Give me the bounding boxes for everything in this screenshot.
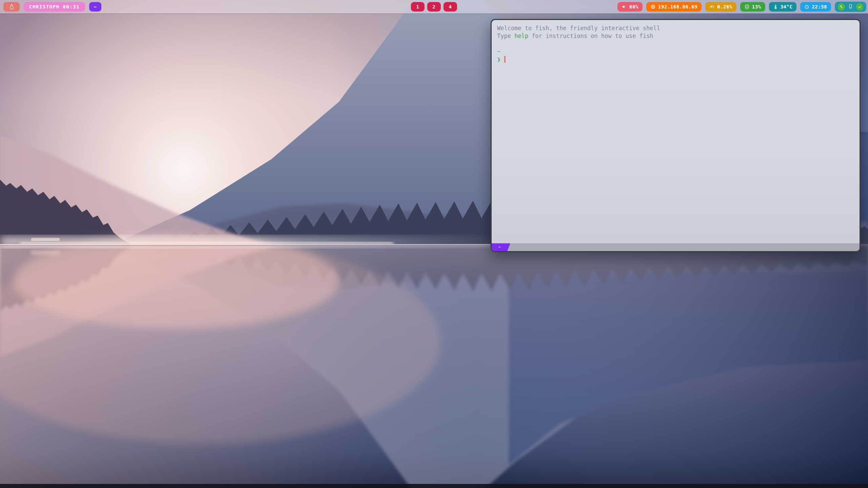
greeting-text: Type	[497, 33, 514, 39]
layout-indicator-badge[interactable]: ~	[89, 2, 101, 12]
key-icon[interactable]	[838, 3, 845, 11]
database-icon	[744, 4, 750, 9]
linux-icon	[8, 4, 15, 10]
volume-widget[interactable]: 60%	[617, 2, 643, 12]
distro-button[interactable]	[3, 2, 20, 12]
phone-icon[interactable]	[848, 4, 853, 10]
help-keyword: help	[514, 33, 528, 39]
check-icon[interactable]	[856, 3, 863, 11]
greeting-text-2: for instructions on how to use fish	[528, 33, 653, 39]
volume-value: 60%	[629, 4, 638, 9]
terminal-output[interactable]: Welcome to fish, the friendly interactiv…	[492, 20, 860, 243]
terminal-cursor	[504, 56, 506, 63]
workspace-button-1[interactable]: 1	[411, 2, 425, 12]
workspace-button-2[interactable]: 2	[427, 2, 441, 12]
prompt-line[interactable]: ❯	[497, 56, 854, 63]
status-tray	[835, 2, 866, 12]
bar-left-group: CHRISTOPH 00:31 ~	[3, 2, 101, 12]
gauge-icon	[709, 4, 715, 9]
globe-icon	[650, 4, 656, 9]
clock-widget[interactable]: 22:58	[800, 2, 831, 12]
workspace-button-4[interactable]: 4	[443, 2, 457, 12]
terminal-tab-bar: ~	[492, 243, 860, 251]
host-clock-badge[interactable]: CHRISTOPH 00:31	[24, 2, 85, 12]
terminal-tab-home[interactable]: ~	[492, 243, 510, 251]
clock-icon	[804, 4, 809, 9]
cpu-widget[interactable]: 0.26%	[705, 2, 736, 12]
temperature-value: 34°C	[781, 4, 793, 9]
workspace-switcher: 1 2 4	[411, 2, 457, 12]
prompt-symbol: ❯	[497, 56, 500, 63]
memory-widget[interactable]: 13%	[740, 2, 765, 12]
thermometer-icon	[773, 4, 778, 9]
speaker-icon	[622, 4, 627, 9]
desktop: CHRISTOPH 00:31 ~ 1 2 4 60%	[0, 0, 868, 488]
bar-right-group: 60% 192.168.86.69	[617, 2, 866, 12]
cpu-value: 0.26%	[717, 4, 732, 9]
network-widget[interactable]: 192.168.86.69	[646, 2, 702, 12]
memory-value: 13%	[752, 4, 761, 9]
status-bar: CHRISTOPH 00:31 ~ 1 2 4 60%	[0, 0, 868, 14]
prompt-path: ~	[497, 48, 854, 56]
fish-greeting-line1: Welcome to fish, the friendly interactiv…	[497, 24, 854, 32]
terminal-window[interactable]: Welcome to fish, the friendly interactiv…	[491, 19, 861, 252]
temperature-widget[interactable]: 34°C	[769, 2, 797, 12]
clock-value: 22:58	[812, 4, 827, 9]
fish-greeting-line2: Type help for instructions on how to use…	[497, 32, 854, 40]
blank-line	[497, 40, 854, 48]
ip-address: 192.168.86.69	[658, 4, 697, 9]
